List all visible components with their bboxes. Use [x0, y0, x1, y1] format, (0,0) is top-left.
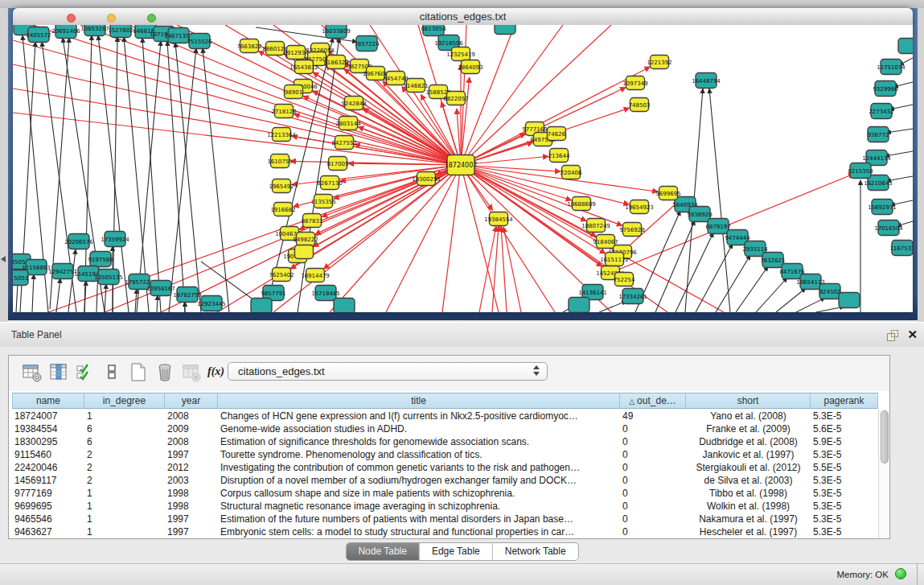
network-node[interactable]: 752254 — [614, 273, 635, 286]
table-row[interactable]: 911546021997Tourette syndrome. Phenomeno… — [12, 448, 878, 461]
network-node[interactable]: 10958167 — [146, 281, 175, 296]
table-mode-icon[interactable] — [22, 362, 43, 383]
network-node[interactable]: 220406 — [561, 166, 582, 179]
vertical-scrollbar[interactable] — [878, 410, 889, 538]
network-node[interactable]: 213644 — [548, 149, 570, 163]
network-node[interactable]: 1916682 — [270, 203, 295, 216]
table-row[interactable]: 1830029562008Estimation of significance … — [12, 435, 878, 448]
splitter-grip[interactable] — [453, 317, 466, 320]
network-node[interactable]: 1610755 — [267, 154, 292, 168]
network-window-titlebar[interactable]: citations_edges.txt — [13, 8, 913, 26]
network-node[interactable]: 1527602 — [108, 25, 133, 38]
network-node[interactable]: 2803144 — [335, 117, 361, 130]
network-node[interactable]: 1135355 — [310, 195, 335, 208]
network-node[interactable]: 7515526 — [187, 34, 212, 49]
network-node[interactable]: 9756928 — [619, 223, 644, 237]
network-node[interactable]: 8267130 — [317, 176, 342, 190]
close-button[interactable] — [67, 14, 76, 23]
network-node[interactable]: 17359924 — [101, 232, 129, 247]
delete-table-icon[interactable] — [181, 362, 202, 383]
table-row[interactable]: 2242004622012Investigating the contribut… — [12, 461, 878, 474]
select-column-icon[interactable] — [75, 362, 96, 383]
network-node[interactable]: 12942757 — [48, 264, 77, 279]
network-node[interactable]: 1221392 — [647, 56, 671, 69]
function-builder-icon[interactable]: f(x) — [207, 365, 228, 386]
network-node[interactable]: 98901 — [285, 85, 303, 99]
network-node[interactable]: 19384554 — [484, 212, 513, 226]
zoom-button[interactable] — [147, 14, 156, 23]
close-panel-icon[interactable]: ✕ — [907, 328, 918, 342]
column-header-out_degree[interactable]: △out_de… — [620, 393, 686, 409]
network-node[interactable]: 9329986 — [873, 81, 898, 97]
row-height-icon[interactable] — [101, 362, 122, 383]
network-node[interactable] — [251, 299, 272, 313]
network-node[interactable]: 16033809 — [322, 25, 351, 39]
table-row[interactable]: 977716911998Corpus callosum shape and si… — [12, 487, 878, 500]
delete-column-icon[interactable] — [154, 362, 175, 383]
network-node[interactable] — [334, 299, 355, 313]
table-row[interactable]: 946554611997Estimation of the future num… — [12, 513, 878, 525]
column-header-name[interactable]: name — [12, 393, 84, 409]
tab-node-table[interactable]: Node Table — [346, 543, 419, 560]
float-panel-icon[interactable] — [887, 330, 897, 340]
tab-edge-table[interactable]: Edge Table — [419, 543, 492, 560]
column-header-short[interactable]: short — [686, 393, 811, 409]
network-node[interactable]: 12923445 — [197, 296, 226, 311]
network-node[interactable] — [495, 25, 515, 35]
network-node[interactable]: 9197588 — [88, 252, 113, 267]
network-node[interactable]: 2405572 — [26, 27, 51, 43]
network-node[interactable]: 7625402 — [269, 268, 294, 282]
network-node[interactable]: 817005 — [327, 157, 349, 171]
column-header-title[interactable]: title — [218, 393, 620, 409]
network-node[interactable]: 8813054 — [421, 25, 446, 36]
table-row[interactable]: 969969511998Structural magnetic resonanc… — [12, 500, 878, 513]
network-node[interactable]: 7857224 — [354, 36, 380, 51]
network-node[interactable] — [898, 39, 913, 54]
network-node[interactable]: 915051 — [13, 270, 28, 286]
new-column-icon[interactable] — [128, 362, 149, 383]
network-canvas[interactable]: 2405572206914061085328715276026466160107… — [13, 25, 913, 312]
table-row[interactable]: 946362711997Embryonic stem cells: a mode… — [12, 525, 878, 538]
network-node[interactable]: 74626 — [548, 127, 566, 141]
network-node[interactable] — [569, 298, 589, 313]
network-node[interactable]: 748503 — [629, 98, 651, 112]
network-node[interactable]: 1097349 — [622, 76, 647, 90]
column-header-pagerank[interactable]: pagerank — [811, 393, 878, 409]
network-node[interactable]: 2718126 — [271, 105, 297, 118]
network-node[interactable]: 10688609 — [567, 197, 596, 211]
memory-status-indicator[interactable] — [895, 568, 906, 579]
network-node[interactable]: 16448794 — [692, 73, 721, 89]
network-node[interactable]: 15692971 — [868, 200, 897, 215]
network-node[interactable]: 8427552 — [331, 136, 356, 150]
network-node[interactable]: 11751074 — [877, 60, 906, 75]
network-node[interactable]: 1167533 — [889, 241, 913, 256]
network-table-selector[interactable]: citations_edges.txt — [228, 362, 548, 381]
network-node[interactable] — [295, 245, 314, 259]
network-hub-node[interactable]: 18724007 — [445, 155, 478, 175]
network-node[interactable]: 20691406 — [51, 25, 80, 39]
network-node[interactable]: 1864093 — [458, 60, 483, 74]
network-node[interactable]: 17016504 — [874, 220, 903, 236]
network-node[interactable]: 938772 — [868, 127, 889, 142]
column-header-year[interactable]: year — [165, 393, 218, 409]
table-row[interactable]: 1938455462009Genome-wide association stu… — [12, 422, 878, 435]
network-node[interactable]: 9498222 — [293, 233, 318, 246]
network-node[interactable]: 16914479 — [301, 269, 330, 282]
network-node[interactable]: 10853287 — [80, 25, 109, 36]
network-node[interactable]: 9699695 — [655, 187, 680, 200]
tab-network-table[interactable]: Network Table — [492, 543, 578, 560]
scrollbar-thumb[interactable] — [881, 410, 889, 463]
network-node[interactable]: 12213364 — [267, 128, 296, 142]
network-node[interactable]: 19654923 — [625, 200, 654, 214]
network-node[interactable]: 13505135 — [94, 270, 123, 285]
network-node[interactable]: 8186328 — [323, 56, 348, 69]
column-header-in_degree[interactable]: in_degree — [84, 393, 165, 409]
network-node[interactable] — [839, 293, 860, 308]
table-row[interactable]: 1456911722003Disruption of a novel membe… — [12, 474, 878, 487]
network-node[interactable]: 8215358 — [848, 163, 873, 179]
network-node[interactable]: 6822057 — [443, 92, 468, 105]
minimize-button[interactable] — [107, 14, 116, 23]
network-node[interactable]: 1965492 — [269, 179, 294, 193]
network-node[interactable]: 924502 — [819, 284, 841, 299]
table-row[interactable]: 1872400712008Changes of HCN gene express… — [12, 410, 878, 422]
